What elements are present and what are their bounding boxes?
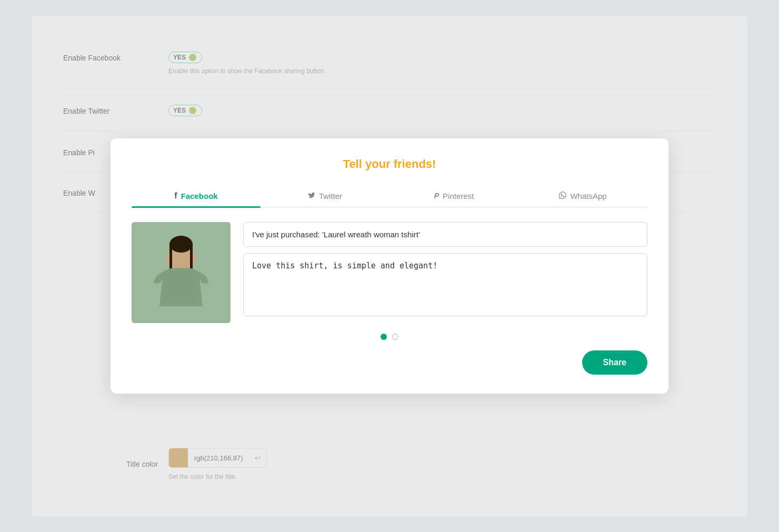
tab-whatsapp[interactable]: WhatsApp: [518, 186, 647, 207]
svg-rect-4: [169, 244, 172, 270]
tab-whatsapp-label: WhatsApp: [570, 192, 606, 200]
modal-footer: Share: [132, 350, 647, 375]
tab-twitter-label: Twitter: [319, 192, 342, 200]
share-modal: Tell your friends! f Facebook Twitter P …: [111, 138, 668, 394]
facebook-icon: f: [174, 191, 177, 200]
twitter-icon: [308, 192, 315, 200]
dot-1[interactable]: [381, 334, 387, 340]
post-title-input[interactable]: [243, 222, 647, 247]
tab-facebook[interactable]: f Facebook: [132, 186, 261, 207]
tab-pinterest[interactable]: P Pinterest: [390, 186, 518, 207]
svg-rect-5: [190, 244, 193, 270]
share-button[interactable]: Share: [582, 350, 647, 375]
product-image: [132, 222, 231, 323]
tab-pinterest-label: Pinterest: [443, 192, 474, 200]
dot-2[interactable]: [392, 334, 398, 340]
post-message-textarea[interactable]: Love this shirt, is simple and elegant!: [243, 253, 647, 316]
modal-title: Tell your friends!: [132, 157, 647, 171]
pinterest-icon: P: [434, 192, 439, 200]
pagination-dots: [132, 334, 647, 340]
modal-tabs: f Facebook Twitter P Pinterest WhatsApp: [132, 186, 647, 207]
modal-overlay: Tell your friends! f Facebook Twitter P …: [0, 0, 779, 532]
tab-facebook-label: Facebook: [181, 192, 218, 200]
tab-twitter[interactable]: Twitter: [261, 186, 390, 207]
whatsapp-icon: [559, 192, 566, 200]
form-area: Love this shirt, is simple and elegant!: [243, 222, 647, 316]
svg-point-3: [169, 236, 193, 253]
modal-body: Love this shirt, is simple and elegant!: [132, 222, 647, 323]
